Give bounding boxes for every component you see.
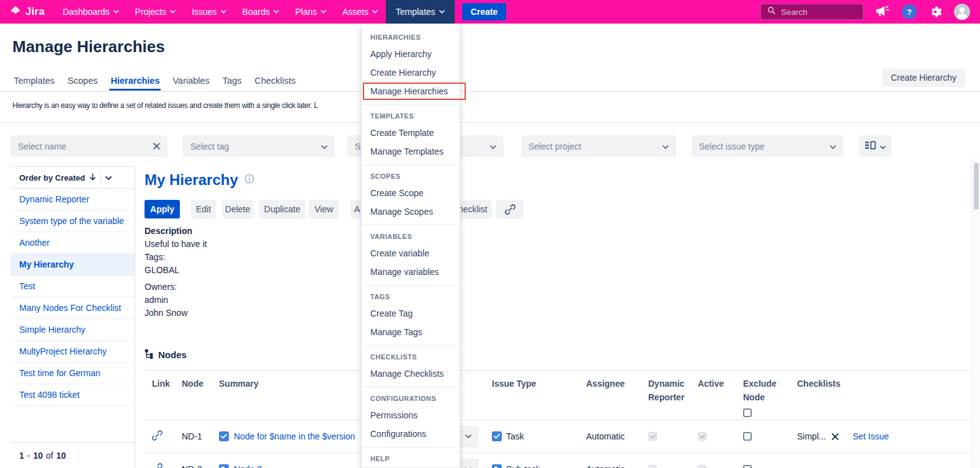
sidebar-item-multyproject-hierarchy[interactable]: MultyProject Hierarchy bbox=[11, 341, 135, 362]
menu-item-create-hierarchy[interactable]: Create Hierarchy bbox=[362, 63, 460, 82]
sidebar-item-many-nodes-for-checklist[interactable]: Many Nodes For Checklist bbox=[11, 297, 135, 319]
view-button[interactable]: View bbox=[309, 200, 339, 218]
menu-section-header: VARIABLES bbox=[362, 229, 460, 244]
menu-item-create-template[interactable]: Create Template bbox=[362, 124, 460, 142]
sort-descending-arrow-icon[interactable] bbox=[89, 173, 96, 182]
chevron-down-icon bbox=[114, 10, 119, 14]
nav-item-projects[interactable]: Projects bbox=[127, 0, 184, 24]
search-input[interactable] bbox=[781, 7, 857, 17]
menu-item-manage-tags[interactable]: Manage Tags bbox=[362, 323, 460, 341]
menu-item-configurations[interactable]: Configurations bbox=[362, 425, 460, 443]
menu-item-manage-variables[interactable]: Manage variables bbox=[362, 263, 460, 281]
node-link-icon[interactable] bbox=[152, 463, 182, 468]
nav-item-issues[interactable]: Issues bbox=[184, 0, 234, 24]
tab-templates[interactable]: Templates bbox=[12, 74, 56, 91]
delete-button[interactable]: Delete bbox=[222, 200, 253, 218]
obscured-button-fragment-start: A bbox=[354, 204, 360, 214]
help-icon[interactable]: ? bbox=[902, 4, 917, 19]
user-avatar[interactable] bbox=[954, 4, 970, 20]
sidebar-item-my-hierarchy[interactable]: My Hierarchy bbox=[11, 254, 135, 276]
checklists-cell: Simpl... Set Issue bbox=[797, 431, 970, 441]
create-button[interactable]: Create bbox=[462, 3, 507, 20]
menu-item-create-tag[interactable]: Create Tag bbox=[362, 304, 460, 323]
sidebar-item-system-type-of-the-variable[interactable]: System type of the variable bbox=[11, 210, 135, 232]
select-project-filter[interactable]: Select project bbox=[521, 135, 676, 157]
chevron-down-icon bbox=[321, 10, 326, 14]
menu-section-header: TEMPLATES bbox=[362, 109, 460, 124]
tab-hierarchies[interactable]: Hierarchies bbox=[109, 74, 161, 91]
active-checkbox bbox=[698, 465, 706, 468]
duplicate-button[interactable]: Duplicate bbox=[259, 200, 305, 218]
layout-view-icon bbox=[865, 141, 876, 151]
jira-logo[interactable]: Jira bbox=[0, 4, 55, 20]
nav-item-plans[interactable]: Plans bbox=[287, 0, 334, 24]
sidebar-item-another[interactable]: Another bbox=[11, 232, 135, 254]
set-issue-link[interactable]: Set Issue bbox=[853, 431, 889, 441]
copy-link-button[interactable] bbox=[496, 200, 523, 218]
menu-item-permissions[interactable]: Permissions bbox=[362, 406, 460, 425]
hierarchy-description-block: Description Useful to have it Tags: GLOB… bbox=[145, 225, 343, 320]
select-tag-filter[interactable]: Select tag bbox=[183, 135, 335, 157]
vertical-scrollbar[interactable] bbox=[971, 159, 980, 468]
subtask-issue-type-icon bbox=[219, 464, 229, 468]
assignee-value: Automatic bbox=[586, 464, 648, 468]
node-summary-link[interactable]: Node 2 bbox=[234, 464, 262, 468]
nav-item-templates[interactable]: Templates bbox=[386, 0, 455, 24]
node-summary-link[interactable]: Node for $name in the $version bbox=[234, 431, 355, 441]
menu-item-manage-templates[interactable]: Manage Templates bbox=[362, 142, 460, 161]
menu-item-manage-hierarchies[interactable]: Manage Hierarchies bbox=[362, 82, 460, 101]
menu-section-checklists: CHECKLISTS Manage Checklists bbox=[362, 346, 460, 387]
menu-item-manage-scopes[interactable]: Manage Scopes bbox=[362, 202, 460, 221]
menu-item-apply-hierarchy[interactable]: Apply Hierarchy bbox=[362, 45, 460, 63]
node-link-icon[interactable] bbox=[152, 430, 182, 443]
tab-checklists[interactable]: Checklists bbox=[253, 74, 296, 91]
dynamic-reporter-checkbox bbox=[648, 465, 657, 468]
view-layout-toggle[interactable] bbox=[859, 135, 891, 157]
chevron-down-icon bbox=[170, 10, 176, 14]
menu-section-scopes: SCOPES Create Scope Manage Scopes bbox=[362, 165, 460, 225]
select-issue-type-filter[interactable]: Select issue type bbox=[692, 135, 844, 157]
clear-filter-icon[interactable] bbox=[153, 143, 160, 150]
tab-tags[interactable]: Tags bbox=[221, 74, 243, 91]
remove-checklist-icon[interactable] bbox=[832, 433, 839, 440]
chevron-down-icon[interactable] bbox=[105, 173, 112, 182]
owner-name: John Snow bbox=[145, 307, 343, 320]
order-by-control[interactable]: Order by Created bbox=[11, 167, 135, 189]
column-header-assignee: Assignee bbox=[586, 377, 648, 390]
subtask-issue-type-icon bbox=[492, 464, 502, 468]
nav-item-assets[interactable]: Assets bbox=[334, 0, 386, 24]
sidebar-item-test-time-for-german[interactable]: Test time for German bbox=[11, 362, 135, 384]
exclude-all-checkbox[interactable] bbox=[743, 408, 752, 417]
description-label: Description bbox=[145, 225, 343, 238]
select-name-input[interactable] bbox=[18, 142, 153, 151]
pagination-end: 10 bbox=[33, 451, 43, 461]
exclude-node-checkbox[interactable] bbox=[743, 465, 752, 468]
sidebar-item-test[interactable]: Test bbox=[11, 276, 135, 297]
apply-button[interactable]: Apply bbox=[145, 200, 180, 218]
edit-button[interactable]: Edit bbox=[191, 200, 216, 218]
search-box[interactable] bbox=[760, 4, 863, 20]
tab-scopes[interactable]: Scopes bbox=[66, 74, 99, 91]
nav-item-boards[interactable]: Boards bbox=[234, 0, 287, 24]
checklist-name: Simpl... bbox=[797, 431, 826, 441]
sidebar-item-simple-hierarchy[interactable]: Simple Hierarchy bbox=[11, 319, 135, 341]
settings-gear-icon[interactable] bbox=[929, 5, 942, 19]
info-icon[interactable] bbox=[244, 174, 254, 186]
exclude-node-label: Exclude Node bbox=[743, 377, 797, 404]
templates-dropdown-menu: HIERARCHIES Apply Hierarchy Create Hiera… bbox=[361, 24, 460, 468]
menu-item-create-scope[interactable]: Create Scope bbox=[362, 184, 460, 202]
menu-item-create-variable[interactable]: Create variable bbox=[362, 244, 460, 263]
nav-item-dashboards[interactable]: Dashboards bbox=[55, 0, 127, 24]
tab-variables[interactable]: Variables bbox=[171, 74, 210, 91]
select-name-filter[interactable] bbox=[11, 135, 167, 157]
create-hierarchy-button[interactable]: Create Hierarchy bbox=[882, 68, 965, 87]
nav-right-cluster: ? bbox=[760, 4, 980, 20]
sidebar-item-test-4098-ticket[interactable]: Test 4098 ticket bbox=[11, 384, 135, 406]
scrollbar-thumb[interactable] bbox=[974, 163, 979, 210]
menu-item-manage-checklists[interactable]: Manage Checklists bbox=[362, 364, 460, 383]
announcements-megaphone-icon[interactable] bbox=[875, 5, 890, 19]
exclude-node-checkbox[interactable] bbox=[743, 432, 752, 441]
tags-label: Tags: bbox=[145, 251, 343, 264]
sidebar-item-dynamic-reporter[interactable]: Dynamic Reporter bbox=[11, 189, 135, 210]
column-header-active: Active bbox=[698, 377, 743, 390]
